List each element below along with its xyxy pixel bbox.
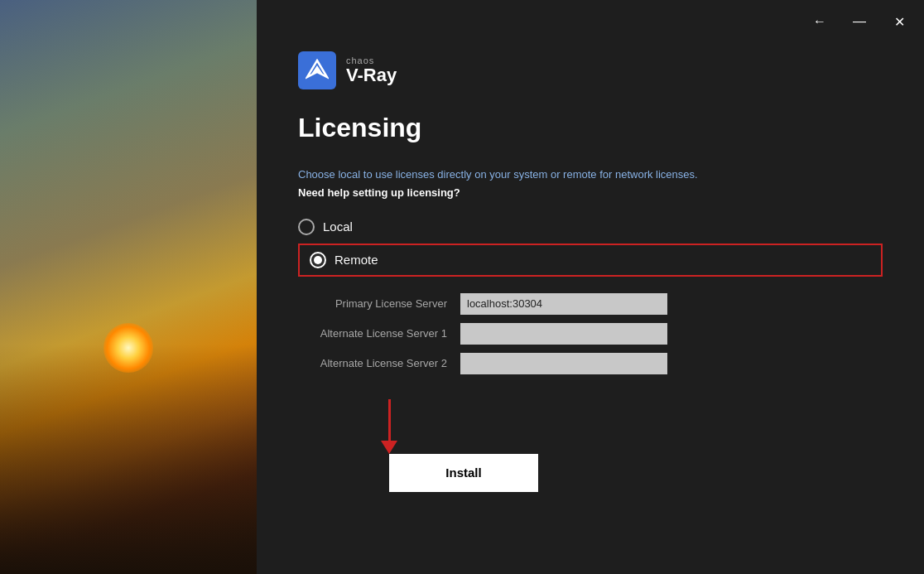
help-text: Need help setting up licensing? <box>298 186 883 199</box>
vray-label: V-Ray <box>346 65 397 85</box>
alternate2-label: Alternate License Server 2 <box>306 357 447 369</box>
background-panel <box>0 0 257 574</box>
local-radio-circle[interactable] <box>298 219 315 235</box>
bottom-section: Install <box>381 399 883 492</box>
vray-logo-svg <box>306 59 329 82</box>
local-radio-label: Local <box>323 219 353 234</box>
logo-area: chaos V-Ray <box>298 51 883 89</box>
main-panel: ← — ✕ chaos V-Ray Licensing Choose local… <box>257 0 924 574</box>
remote-radio-item[interactable]: Remote <box>298 244 883 277</box>
arrow-head <box>381 441 397 454</box>
install-button[interactable]: Install <box>389 454 538 492</box>
content-area: chaos V-Ray Licensing Choose local to us… <box>257 43 924 574</box>
title-bar: ← — ✕ <box>257 0 924 43</box>
remote-radio-label: Remote <box>334 253 378 267</box>
alternate1-label: Alternate License Server 1 <box>306 327 447 340</box>
logo-text-area: chaos V-Ray <box>346 55 397 85</box>
alternate1-field-row: Alternate License Server 1 <box>306 323 883 345</box>
page-title: Licensing <box>298 113 883 143</box>
description-text: Choose local to use licenses directly on… <box>298 166 883 183</box>
logo-icon <box>298 51 336 89</box>
primary-input[interactable] <box>460 293 667 315</box>
alternate2-input[interactable] <box>460 353 667 374</box>
local-radio-item[interactable]: Local <box>298 219 883 235</box>
server-fields: Primary License Server Alternate License… <box>306 293 883 374</box>
arrow-indicator <box>381 399 397 454</box>
alternate2-field-row: Alternate License Server 2 <box>306 353 883 374</box>
back-button[interactable]: ← <box>808 10 831 33</box>
radio-group: Local Remote <box>298 219 883 277</box>
primary-field-row: Primary License Server <box>306 293 883 315</box>
primary-label: Primary License Server <box>306 297 447 310</box>
close-button[interactable]: ✕ <box>888 10 911 33</box>
arrow-shaft <box>388 399 391 441</box>
minimize-button[interactable]: — <box>848 10 871 33</box>
alternate1-input[interactable] <box>460 323 667 345</box>
remote-radio-circle[interactable] <box>310 252 326 268</box>
